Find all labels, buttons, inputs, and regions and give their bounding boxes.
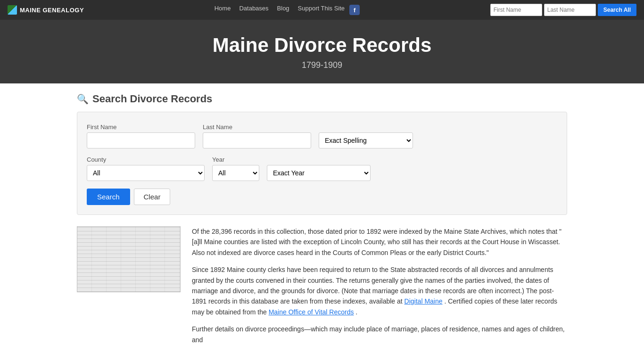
vital-records-link[interactable]: Maine Office of Vital Records: [269, 308, 354, 316]
nav-home[interactable]: Home: [215, 5, 231, 15]
spelling-label: [319, 123, 413, 131]
nav-links: Home Databases Blog Support This Site f: [91, 5, 483, 15]
global-last-name-input[interactable]: [544, 4, 596, 16]
year-type-select[interactable]: Exact Year Before Year After Year: [267, 165, 371, 181]
desc-paragraph-1: Of the 28,396 records in this collection…: [192, 226, 567, 258]
last-name-group: Last Name: [203, 123, 311, 148]
form-row-1: First Name Last Name Exact Spelling Soun…: [87, 123, 557, 148]
brand[interactable]: MAINE GENEALOGY: [8, 5, 84, 15]
navbar: MAINE GENEALOGY Home Databases Blog Supp…: [0, 0, 644, 20]
description-text: Of the 28,396 records in this collection…: [192, 226, 567, 352]
page-subtitle: 1799-1909: [9, 60, 635, 70]
brand-label: MAINE GENEALOGY: [20, 7, 84, 14]
spelling-select[interactable]: Exact Spelling Soundex Similar: [319, 132, 413, 148]
global-search-button[interactable]: Search All: [598, 4, 636, 16]
brand-icon: [8, 5, 17, 15]
facebook-icon[interactable]: f: [349, 5, 360, 15]
search-section-label: Search Divorce Records: [92, 93, 212, 105]
main-content: 🔍 Search Divorce Records First Name Last…: [63, 83, 581, 361]
form-buttons: Search Clear: [87, 189, 557, 205]
first-name-group: First Name: [87, 123, 195, 148]
year-group: Year All 1799 1800 1810 1820 1830 1840 1…: [212, 156, 259, 181]
search-section-title: 🔍 Search Divorce Records: [77, 93, 567, 105]
last-name-label: Last Name: [203, 123, 311, 131]
last-name-input[interactable]: [203, 132, 311, 148]
first-name-label: First Name: [87, 123, 195, 131]
global-first-name-input[interactable]: [490, 4, 542, 16]
global-search: Search All: [490, 4, 636, 16]
form-row-2: County All Androscoggin Aroostook Cumber…: [87, 156, 557, 181]
description-section: Of the 28,396 records in this collection…: [77, 226, 567, 352]
search-form-box: First Name Last Name Exact Spelling Soun…: [77, 112, 567, 215]
desc-paragraph-2: Since 1892 Maine county clerks have been…: [192, 264, 567, 317]
county-label: County: [87, 156, 205, 163]
digital-maine-link[interactable]: Digital Maine: [405, 297, 443, 305]
year-label: Year: [212, 156, 259, 163]
county-select[interactable]: All Androscoggin Aroostook Cumberland Fr…: [87, 165, 205, 181]
first-name-input[interactable]: [87, 132, 195, 148]
record-image: [77, 226, 181, 292]
year-type-group: Exact Year Before Year After Year: [267, 156, 371, 181]
record-image-placeholder: [77, 227, 180, 292]
nav-databases[interactable]: Databases: [239, 5, 268, 15]
spelling-group: Exact Spelling Soundex Similar: [319, 123, 413, 148]
year-select[interactable]: All 1799 1800 1810 1820 1830 1840 1850 1…: [212, 165, 259, 181]
nav-blog[interactable]: Blog: [277, 5, 289, 15]
clear-button[interactable]: Clear: [134, 189, 171, 205]
county-group: County All Androscoggin Aroostook Cumber…: [87, 156, 205, 181]
search-button[interactable]: Search: [87, 189, 130, 205]
nav-support[interactable]: Support This Site: [298, 5, 345, 15]
year-type-label: [267, 156, 371, 163]
desc-para2-end: .: [355, 308, 357, 316]
page-title: Maine Divorce Records: [9, 34, 635, 57]
desc-paragraph-3: Further details on divorce proceedings—w…: [192, 324, 567, 345]
hero-section: Maine Divorce Records 1799-1909: [0, 20, 644, 83]
search-icon: 🔍: [77, 93, 89, 105]
